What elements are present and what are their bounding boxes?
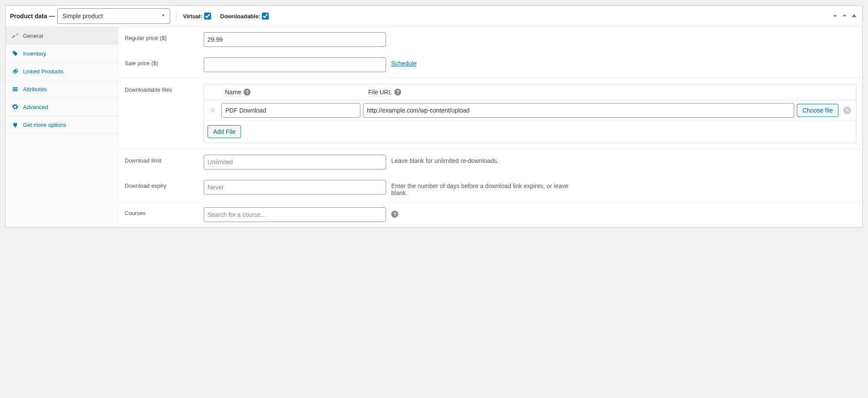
- schedule-link[interactable]: Schedule: [391, 57, 416, 67]
- download-limit-label: Download limit: [125, 155, 198, 164]
- help-icon[interactable]: ?: [391, 211, 398, 218]
- download-limit-help: Leave blank for unlimited re-downloads.: [391, 155, 498, 164]
- panel-title: Product data —: [10, 13, 55, 20]
- drag-handle-icon[interactable]: ≡: [207, 106, 219, 114]
- tab-general[interactable]: General: [6, 27, 118, 45]
- tabs-sidebar: General Inventory Linked Products Attrib…: [6, 27, 119, 227]
- courses-search-input[interactable]: [204, 207, 386, 222]
- dl-file-name-input[interactable]: [221, 103, 360, 118]
- download-limit-row: Download limit Leave blank for unlimited…: [119, 149, 862, 175]
- delete-file-button[interactable]: ×: [841, 106, 853, 114]
- panel-toggle-icon[interactable]: [850, 12, 858, 21]
- dl-th-url: File URL: [368, 89, 392, 96]
- panel-body: General Inventory Linked Products Attrib…: [6, 27, 862, 227]
- tag-icon: [12, 50, 19, 57]
- virtual-label-text: Virtual:: [183, 13, 202, 20]
- panel-move-down-icon[interactable]: [841, 12, 848, 21]
- separator: [176, 11, 177, 21]
- dl-file-url-input[interactable]: [363, 103, 794, 118]
- svg-rect-0: [13, 87, 17, 88]
- sale-price-input[interactable]: [204, 57, 386, 72]
- gear-icon: [12, 103, 19, 110]
- download-expiry-label: Download expiry: [125, 180, 198, 189]
- close-icon: ×: [843, 106, 851, 114]
- help-icon[interactable]: ?: [244, 89, 251, 96]
- dl-th-name: Name: [225, 89, 241, 96]
- download-expiry-row: Download expiry Enter the number of days…: [119, 175, 862, 202]
- link-icon: [12, 68, 19, 75]
- regular-price-label: Regular price ($): [125, 32, 198, 41]
- help-icon[interactable]: ?: [394, 89, 401, 96]
- downloadable-checkbox-label: Downloadable:: [220, 11, 270, 21]
- downloadable-label-text: Downloadable:: [220, 13, 260, 20]
- panel-header-controls: [831, 12, 858, 21]
- svg-rect-2: [13, 90, 17, 91]
- tab-get-more-options[interactable]: Get more options: [6, 116, 118, 134]
- tab-advanced[interactable]: Advanced: [6, 98, 118, 116]
- add-file-button[interactable]: Add File: [208, 125, 241, 138]
- downloadable-files-label: Downloadable files: [125, 84, 198, 143]
- panel-move-up-icon[interactable]: [831, 12, 839, 21]
- tab-content: Regular price ($) Sale price ($) Schedul…: [119, 27, 862, 227]
- regular-price-input[interactable]: [204, 32, 386, 47]
- svg-rect-1: [13, 89, 17, 90]
- download-expiry-input[interactable]: [204, 180, 386, 195]
- panel-header: Product data — Simple product Virtual: D…: [6, 6, 862, 27]
- dl-table-footer: Add File: [204, 121, 856, 143]
- downloadable-files-section: Downloadable files Name ? File URL ?: [119, 77, 862, 149]
- dl-file-row: ≡ Choose file ×: [204, 100, 856, 121]
- downloadable-checkbox[interactable]: [262, 13, 269, 20]
- choose-file-button[interactable]: Choose file: [797, 104, 838, 117]
- regular-price-row: Regular price ($): [119, 27, 862, 52]
- product-type-select[interactable]: Simple product: [57, 8, 170, 24]
- download-limit-input[interactable]: [204, 155, 386, 169]
- virtual-checkbox[interactable]: [204, 13, 211, 20]
- courses-row: Courses ?: [119, 202, 862, 227]
- dl-table-header: Name ? File URL ?: [204, 84, 856, 100]
- tab-inventory[interactable]: Inventory: [6, 45, 118, 63]
- sale-price-label: Sale price ($): [125, 57, 198, 66]
- download-expiry-help: Enter the number of days before a downlo…: [391, 180, 574, 196]
- sale-price-row: Sale price ($) Schedule: [119, 52, 862, 77]
- list-icon: [12, 86, 19, 93]
- plug-icon: [12, 121, 19, 128]
- downloadable-files-table: Name ? File URL ? ≡ C: [204, 84, 856, 143]
- virtual-checkbox-label: Virtual:: [183, 11, 212, 21]
- courses-label: Courses: [125, 207, 198, 216]
- wrench-icon: [12, 32, 19, 39]
- product-data-panel: Product data — Simple product Virtual: D…: [5, 5, 863, 228]
- tab-linked-products[interactable]: Linked Products: [6, 63, 118, 80]
- tab-attributes[interactable]: Attributes: [6, 80, 118, 98]
